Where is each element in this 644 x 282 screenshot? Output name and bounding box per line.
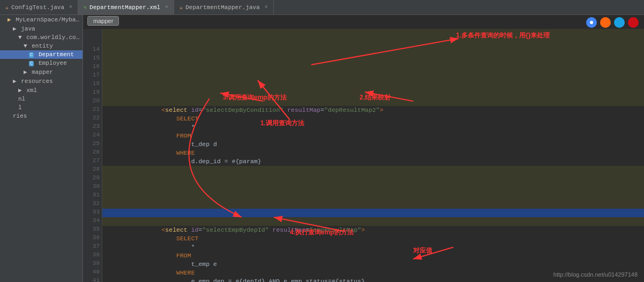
folder-icon3: ▼ <box>18 34 22 41</box>
firefox-icon[interactable] <box>600 17 611 28</box>
svg-point-2 <box>602 19 609 26</box>
tab-departmentmapper-java[interactable]: ☕ DepartmentMapper.java × <box>174 0 274 14</box>
code-line-40: t_emp e <box>102 251 644 260</box>
folder-icon5: ▶ <box>24 69 27 75</box>
sidebar-item-employee[interactable]: C Employee <box>0 59 83 67</box>
sidebar-item-xml[interactable]: ▶ xml <box>0 86 83 95</box>
folder-icon4: ▼ <box>24 43 27 49</box>
code-line-39: FROM <box>102 243 644 251</box>
code-line-33: <result column="emp_email" property="ema… <box>102 192 644 200</box>
sidebar-item-department[interactable]: C Department <box>0 50 83 59</box>
code-line-30: <resultMap id="empResultMap" type="com.w… <box>102 166 644 174</box>
code-line-38: * <box>102 234 644 243</box>
browser-icons <box>586 17 639 28</box>
sidebar-item-nl[interactable]: nl <box>0 95 83 103</box>
code-line-32: <result column="emp_name" property="name… <box>102 183 644 192</box>
tab-close-configtest[interactable]: × <box>69 4 72 10</box>
code-line-25: FROM <box>102 123 644 132</box>
sidebar-item-mapper[interactable]: ▶ mapper <box>0 67 83 77</box>
tab-close-departmentmapper-xml[interactable]: × <box>165 4 168 10</box>
mapper-button[interactable]: mapper <box>87 16 119 26</box>
code-line-28: d.dep_id = #{param} <box>102 149 644 157</box>
code-line-14: <resultMap id="depResultMap2" type="com.… <box>102 29 644 37</box>
code-line-41: WHERE <box>102 260 644 269</box>
sidebar-item-ries[interactable]: ries <box>0 112 83 120</box>
folder-icon: ▶ <box>8 17 11 23</box>
code-line-35: </resultMap> <box>102 209 644 217</box>
tab-icon-java2: ☕ <box>179 4 183 11</box>
tab-close-departmentmapper-java[interactable]: × <box>265 4 268 10</box>
code-line-43: </select> <box>102 277 644 282</box>
code-line-24: * <box>102 115 644 123</box>
tab-icon-java: ☕ <box>5 4 9 11</box>
tab-bar: ☕ ConfigTest.java × ✎ DepartmentMapper.x… <box>0 0 644 15</box>
code-line-19: <collection column="{depId=dep_id,status… <box>102 72 644 80</box>
class-icon-employee: C <box>29 61 34 66</box>
code-editor[interactable]: 14 15 16 17 18 19 20 21 22 23 24 25 26 2… <box>83 29 644 282</box>
code-area: mapper 14 15 16 17 18 <box>83 15 644 282</box>
svg-point-4 <box>630 19 636 26</box>
svg-point-3 <box>616 19 623 26</box>
mapper-toolbar: mapper <box>87 16 119 26</box>
code-line-17: <result column="dep_addr" property="addr… <box>102 55 644 63</box>
code-lines: <resultMap id="depResultMap2" type="com.… <box>102 29 644 282</box>
code-line-31: <id column="em_id" property="id"></id> <box>102 174 644 183</box>
code-line-16: <result column="dep_name" property="name… <box>102 46 644 55</box>
code-line-36: <select id="selectEmpBydepId" resultMap=… <box>102 217 644 226</box>
code-line-21: </resultMap> <box>102 89 644 97</box>
code-line-20: select="selectEmpBydepId"/> <box>102 80 644 89</box>
main-layout: ▶ MyLearnSpace/Mybatis/My ▶ java ▼ com.w… <box>0 15 644 282</box>
sidebar-item-config[interactable]: ▼ com.worldly.config <box>0 33 83 42</box>
code-line-27: WHERE <box>102 140 644 149</box>
svg-point-1 <box>590 21 593 24</box>
code-text-area[interactable]: <resultMap id="depResultMap2" type="com.… <box>102 29 644 282</box>
line-numbers: 14 15 16 17 18 19 20 21 22 23 24 25 26 2… <box>83 29 102 282</box>
tab-icon-xml: ✎ <box>84 4 87 11</box>
code-line-15: <id column="dep_id" property="id"></id> <box>102 37 644 46</box>
folder-icon2: ▶ <box>13 26 17 32</box>
tab-configtest[interactable]: ☕ ConfigTest.java × <box>0 0 78 14</box>
code-line-34: <result column="emp_tel" property="tel"/… <box>102 200 644 209</box>
sidebar-item-resources[interactable]: ▶ resources <box>0 77 83 86</box>
folder-icon6: ▶ <box>13 78 17 85</box>
sidebar-item-java[interactable]: ▶ java <box>0 24 83 33</box>
tab-departmentmapper-xml[interactable]: ✎ DepartmentMapper.xml × <box>78 0 174 14</box>
code-line-23: SELECT <box>102 106 644 115</box>
code-line-22: <select id="selectDepByCondition" result… <box>102 97 644 106</box>
sidebar-item-l[interactable]: l <box>0 103 83 112</box>
code-line-37: SELECT <box>102 226 644 234</box>
sidebar-item-root[interactable]: ▶ MyLearnSpace/Mybatis/My <box>0 15 83 24</box>
ie-icon[interactable] <box>614 17 625 28</box>
code-line-29: </select> <box>102 157 644 166</box>
folder-icon7: ▶ <box>18 87 22 94</box>
code-line-18: <result column="dep_status" property="st… <box>102 63 644 72</box>
class-icon-department: C <box>29 52 34 58</box>
sidebar: ▶ MyLearnSpace/Mybatis/My ▶ java ▼ com.w… <box>0 15 83 282</box>
chrome-icon[interactable] <box>586 17 597 28</box>
sidebar-item-entity[interactable]: ▼ entity <box>0 42 83 50</box>
opera-icon[interactable] <box>628 17 639 28</box>
code-line-42: e.emp_dep = #{depId} AND e.emp_status=#{… <box>102 269 644 277</box>
code-line-26: t_dep d <box>102 132 644 140</box>
